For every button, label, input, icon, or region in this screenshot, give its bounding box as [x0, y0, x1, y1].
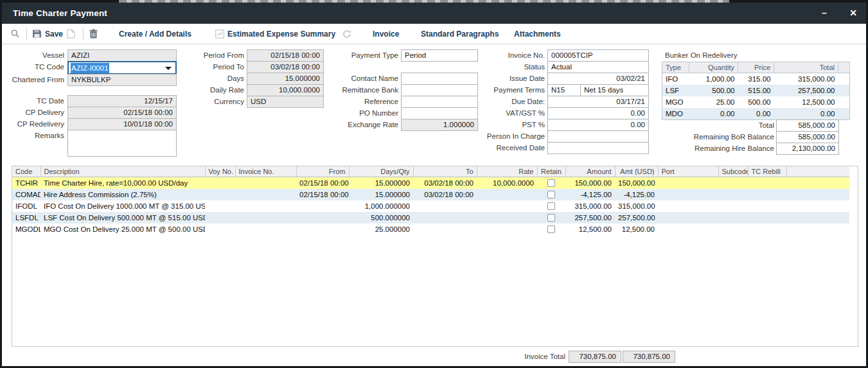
retain-checkbox[interactable]	[547, 202, 555, 210]
grid-cell-voy-no	[205, 200, 235, 212]
payment-terms-label: Payment Terms	[461, 84, 545, 96]
invoice-button[interactable]: Invoice	[373, 24, 399, 44]
grid-header-subcode[interactable]: Subcode	[718, 166, 748, 177]
bunker-row-mgo[interactable]: MGO25.00500.0012,500.00	[662, 96, 850, 108]
search-button[interactable]	[10, 24, 20, 44]
grid-header-retain[interactable]: Retain	[537, 166, 565, 177]
person-in-charge-field[interactable]	[547, 130, 649, 143]
pst-field[interactable]: 0.00	[547, 119, 649, 131]
currency-field: USD	[247, 96, 324, 108]
contact-name-label: Contact Name	[320, 73, 398, 85]
grid-header-days-qty[interactable]: Days/Qty	[349, 166, 413, 177]
line-items-grid: CodeDescriptionVoy No.Invoice No.FromDay…	[12, 166, 858, 347]
grid-cell-rate: 10,000.0000	[477, 177, 537, 189]
close-button[interactable]: ✕	[847, 3, 860, 24]
grid-cell-amt-usd: 12,500.00	[615, 223, 658, 235]
grid-header-port[interactable]: Port	[658, 166, 718, 177]
payment-terms-code-field[interactable]: N15	[547, 84, 581, 96]
bunker-col-header: Type	[662, 62, 689, 73]
bunker-cell: MDO	[662, 108, 689, 120]
status-field[interactable]: Actual	[547, 61, 649, 73]
grid-cell-invoice-no	[235, 177, 296, 189]
due-date-field[interactable]: 03/17/21	[547, 96, 649, 108]
toolbar-divider	[83, 28, 84, 40]
grid-scrollbar[interactable]	[849, 166, 858, 346]
grid-cell-voy-no	[205, 223, 235, 235]
grid-cell-amt-usd: 257,500.00	[615, 212, 658, 223]
grid-header-rate[interactable]: Rate	[477, 166, 537, 177]
grid-cell-code: COMAD	[12, 189, 40, 200]
grid-header-filler	[786, 166, 850, 177]
daily-rate-field: 10,000.0000	[247, 84, 324, 96]
grid-row-mgodl[interactable]: MGODLMGO Cost On Delivery 25.000 MT @ 50…	[12, 223, 850, 235]
grid-cell-amt-usd: 150,000.00	[615, 177, 658, 189]
grid-cell-filler	[786, 223, 850, 235]
grid-cell-port	[658, 177, 718, 189]
chartered-from-label: Chartered From	[3, 74, 64, 86]
payment-terms-desc-field[interactable]: Net 15 days	[580, 84, 649, 96]
new-document-button[interactable]	[67, 24, 75, 44]
tc-date-field: 12/15/17	[67, 95, 177, 107]
retain-checkbox[interactable]	[547, 191, 555, 198]
grid-cell-tc-rebill	[748, 177, 786, 189]
standard-paragraphs-button[interactable]: Standard Paragraphs	[421, 24, 499, 44]
remarks-label: Remarks	[3, 130, 64, 142]
grid-cell-invoice-no	[235, 200, 296, 212]
retain-checkbox[interactable]	[547, 225, 555, 233]
retain-checkbox[interactable]	[547, 179, 555, 187]
grid-header-voy-no[interactable]: Voy No.	[205, 166, 235, 177]
grid-cell-from: 02/15/18 00:00	[296, 189, 349, 200]
tc-code-field[interactable]: AZIZ-I0001	[67, 61, 177, 74]
grid-header-to[interactable]: To	[413, 166, 477, 177]
estimated-expense-summary-button[interactable]: Estimated Expense Summary	[215, 24, 335, 44]
invoice-total-amount-usd: 730,875.00	[623, 351, 675, 363]
grid-cell-description: LSF Cost On Delivery 500.000 MT @ 515.00…	[40, 212, 205, 223]
days-label: Days	[191, 73, 244, 85]
bunker-col-header: Price	[738, 62, 774, 73]
grid-header-tc-rebill[interactable]: TC Rebill	[748, 166, 786, 177]
grid-row-lsfdl[interactable]: LSFDLLSF Cost On Delivery 500.000 MT @ 5…	[12, 212, 850, 223]
remarks-field[interactable]	[67, 130, 177, 157]
bunker-cell: 315,000.00	[774, 73, 838, 85]
bunker-cell: MGO	[662, 96, 689, 108]
grid-cell-from	[296, 223, 349, 235]
issue-date-field[interactable]: 03/02/21	[547, 73, 649, 85]
invoice-no-field[interactable]: 000005TCIP	[547, 49, 649, 62]
save-button[interactable]: Save	[32, 24, 63, 44]
refresh-button[interactable]	[342, 24, 351, 44]
grid-cell-rate	[477, 200, 537, 212]
dropdown-arrow-icon[interactable]	[165, 67, 172, 70]
remittance-bank-label: Remittance Bank	[320, 84, 398, 96]
attachments-button[interactable]: Attachments	[514, 24, 561, 44]
grid-row-ifodl[interactable]: IFODLIFO Cost On Delivery 1000.000 MT @ …	[12, 200, 850, 212]
grid-header-invoice-no[interactable]: Invoice No.	[235, 166, 296, 177]
retain-checkbox[interactable]	[547, 214, 555, 222]
grid-cell-code: TCHIR	[12, 177, 40, 189]
save-label: Save	[45, 30, 63, 39]
vat-gst-field[interactable]: 0.00	[547, 107, 649, 119]
minimize-button[interactable]: –	[818, 3, 831, 24]
grid-cell-amount: -4,125.00	[565, 189, 615, 200]
grid-row-comad[interactable]: COMADHire Address Commission (2.75%)02/1…	[12, 189, 850, 200]
grid-cell-days-qty: 25.000000	[349, 223, 413, 235]
received-date-label: Received Date	[461, 142, 545, 154]
grid-cell-amount: 150,000.00	[565, 177, 615, 189]
delete-button[interactable]	[89, 24, 98, 44]
bunker-row-lsf[interactable]: LSF500.00515.00257,500.00	[662, 85, 850, 96]
bunker-row-ifo[interactable]: IFO1,000.00315.00315,000.00	[662, 73, 850, 85]
line-items-table: CodeDescriptionVoy No.Invoice No.FromDay…	[12, 166, 851, 235]
received-date-field[interactable]	[547, 142, 649, 154]
tc-date-label: TC Date	[3, 95, 64, 107]
grid-cell-code: LSFDL	[12, 212, 40, 223]
grid-cell-voy-no	[205, 177, 235, 189]
bunker-row-mdo[interactable]: MDO0.000.000.00	[662, 108, 850, 120]
chart-icon	[215, 30, 224, 39]
grid-header-from[interactable]: From	[296, 166, 349, 177]
grid-header-code[interactable]: Code	[12, 166, 40, 177]
grid-header-amt-usd[interactable]: Amt (USD)	[615, 166, 658, 177]
grid-header-description[interactable]: Description	[40, 166, 205, 177]
grid-cell-subcode	[718, 223, 748, 235]
create-add-details-button[interactable]: Create / Add Details	[119, 24, 191, 44]
grid-row-tchir[interactable]: TCHIRTime Charter Hire, rate=10,000.00 U…	[12, 177, 850, 189]
grid-header-amount[interactable]: Amount	[565, 166, 615, 177]
